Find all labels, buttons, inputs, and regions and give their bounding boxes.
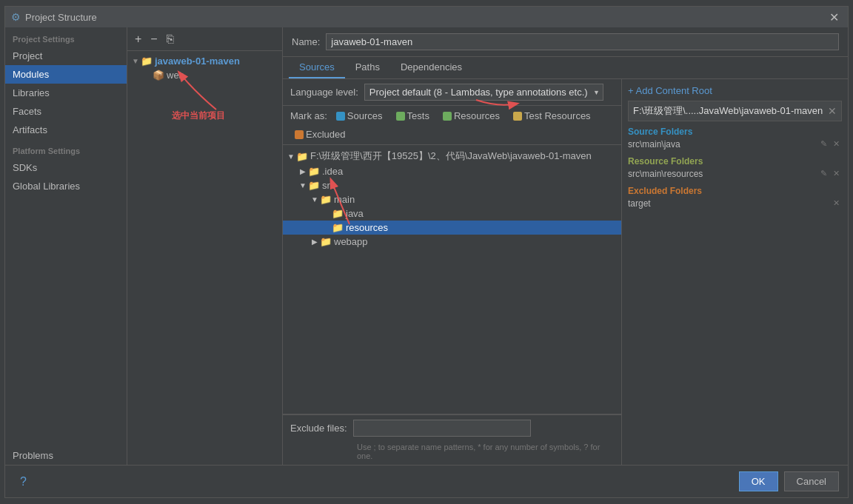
tree-node-main[interactable]: ▼ 📁 main [283, 192, 621, 206]
tab-paths[interactable]: Paths [345, 57, 390, 78]
root-folder-icon: 📁 [296, 151, 308, 162]
source-folder-path: src\main\java [628, 139, 818, 149]
module-icon: 📦 [153, 70, 164, 81]
resources-color-dot [443, 112, 452, 121]
sidebar-item-libraries[interactable]: Libraries [5, 84, 127, 102]
project-structure-dialog: ⚙ Project Structure ✕ Project Settings P… [4, 6, 849, 498]
sidebar: Project Settings Project Modules Librari… [5, 27, 127, 465]
resources-folder-icon: 📁 [332, 222, 344, 233]
dialog-icon: ⚙ [11, 11, 21, 23]
idea-folder-icon: 📁 [308, 166, 320, 177]
sidebar-item-sdks[interactable]: SDKs [5, 158, 127, 177]
tree-node-root-path[interactable]: ▼ 📁 F:\班级管理\西开【19525】\2、代码\JavaWeb\javaw… [283, 148, 621, 164]
remove-root-button[interactable]: ✕ [828, 105, 837, 117]
help-area: ? [14, 471, 733, 491]
mark-test-resources-button[interactable]: Test Resources [509, 109, 595, 123]
sidebar-item-facets[interactable]: Facets [5, 102, 127, 121]
language-level-label: Language level: [290, 87, 358, 98]
sources-tab-content: Language level: Project default (8 - Lam… [283, 79, 848, 465]
project-settings-label: Project Settings [5, 27, 127, 47]
dialog-body: Project Settings Project Modules Librari… [5, 27, 848, 465]
modules-tree: ▼ 📁 javaweb-01-maven 选中当前项目 [127, 51, 282, 465]
exclude-files-bar: Exclude files: [283, 414, 621, 441]
exclude-files-label: Exclude files: [290, 423, 347, 434]
source-folder-row: src\main\java ✎ ✕ [628, 137, 842, 151]
bottom-bar: ? OK Cancel [5, 465, 848, 497]
sources-color-dot [336, 112, 345, 121]
excluded-folder-remove-button[interactable]: ✕ [831, 198, 842, 209]
sources-file-tree: ▼ 📁 F:\班级管理\西开【19525】\2、代码\JavaWeb\javaw… [283, 145, 621, 414]
tabs-bar: Sources Paths Dependencies [283, 57, 848, 79]
copy-module-button[interactable]: ⎘ [164, 31, 177, 47]
modules-tree-panel: + − ⎘ ▼ 📁 javaweb-01-maven [127, 27, 283, 465]
source-folder-edit-button[interactable]: ✎ [818, 138, 829, 149]
tree-node-src[interactable]: ▼ 📁 src [283, 178, 621, 192]
language-select-wrap: Project default (8 - Lambdas, type annot… [364, 84, 603, 101]
webapp-folder-icon: 📁 [320, 236, 332, 247]
close-button[interactable]: ✕ [826, 10, 842, 24]
resource-folder-path: src\main\resources [628, 169, 818, 179]
mark-excluded-button[interactable]: Excluded [290, 127, 349, 141]
excluded-folder-actions: ✕ [831, 198, 842, 209]
dialog-title: Project Structure [25, 12, 826, 23]
tab-dependencies[interactable]: Dependencies [390, 57, 472, 78]
resource-folder-remove-button[interactable]: ✕ [831, 168, 842, 179]
tree-node-resources[interactable]: 📁 resources [283, 221, 621, 235]
remove-module-button[interactable]: − [147, 31, 160, 47]
tree-node-webapp[interactable]: ▶ 📁 webapp [283, 235, 621, 249]
resource-folders-section: Resource Folders src\main\resources ✎ ✕ [628, 155, 842, 181]
excluded-folders-section: Excluded Folders target ✕ [628, 185, 842, 210]
tests-color-dot [396, 112, 405, 121]
ok-button[interactable]: OK [739, 471, 778, 491]
tree-toolbar: + − ⎘ [127, 27, 282, 51]
source-folder-actions: ✎ ✕ [818, 138, 842, 149]
excluded-color-dot [295, 130, 304, 139]
mark-tests-button[interactable]: Tests [392, 109, 434, 123]
platform-settings-label: Platform Settings [5, 139, 127, 158]
tab-sources[interactable]: Sources [289, 57, 345, 78]
resource-folder-actions: ✎ ✕ [818, 168, 842, 179]
sidebar-item-global-libraries[interactable]: Global Libraries [5, 177, 127, 195]
sidebar-item-modules[interactable]: Modules [5, 65, 127, 84]
content-root-path: F:\班级管理\.....JavaWeb\javaweb-01-maven ✕ [628, 101, 842, 121]
resource-folders-label: Resource Folders [628, 156, 703, 167]
help-button[interactable]: ? [20, 475, 27, 488]
source-folder-remove-button[interactable]: ✕ [831, 138, 842, 149]
resource-folder-row: src\main\resources ✎ ✕ [628, 167, 842, 181]
sources-right-panel: + Add Content Root F:\班级管理\.....JavaWeb\… [622, 79, 848, 465]
tree-node-idea[interactable]: ▶ 📁 .idea [283, 164, 621, 178]
sources-left-panel: Language level: Project default (8 - Lam… [283, 79, 622, 465]
module-node-web[interactable]: 📦 web [127, 68, 282, 82]
language-level-select[interactable]: Project default (8 - Lambdas, type annot… [364, 84, 603, 101]
module-name-input[interactable] [326, 33, 839, 50]
resource-folder-edit-button[interactable]: ✎ [818, 168, 829, 179]
mark-as-label: Mark as: [290, 110, 327, 121]
source-folders-label: Source Folders [628, 127, 692, 137]
folder-icon: 📁 [141, 56, 153, 67]
sidebar-item-problems[interactable]: Problems [5, 446, 127, 465]
content-panel: Name: Sources Paths Dependencies Languag… [283, 27, 848, 465]
annotation-text: 选中当前项目 [172, 110, 225, 122]
exclude-hint-text: Use ; to separate name patterns, * for a… [283, 441, 621, 465]
collapse-arrow: ▼ [130, 57, 141, 65]
excluded-folders-label: Excluded Folders [628, 186, 702, 196]
mark-sources-button[interactable]: Sources [332, 109, 387, 123]
tree-node-java[interactable]: 📁 java [283, 206, 621, 221]
exclude-section: Exclude files: Use ; to separate name pa… [283, 414, 621, 465]
language-level-bar: Language level: Project default (8 - Lam… [283, 79, 621, 106]
add-module-button[interactable]: + [132, 31, 144, 47]
module-name-header: Name: [283, 27, 848, 57]
mark-as-bar: Mark as: Sources Tests Resources [283, 106, 621, 145]
cancel-button[interactable]: Cancel [784, 471, 839, 491]
src-folder-icon: 📁 [308, 180, 320, 191]
module-node-javaweb[interactable]: ▼ 📁 javaweb-01-maven [127, 54, 282, 68]
exclude-files-input[interactable] [353, 420, 531, 437]
java-folder-icon: 📁 [332, 208, 344, 219]
name-label: Name: [292, 36, 320, 47]
sidebar-item-artifacts[interactable]: Artifacts [5, 121, 127, 139]
excluded-folder-path: target [628, 198, 831, 209]
sidebar-item-project[interactable]: Project [5, 47, 127, 65]
source-folders-section: Source Folders src\main\java ✎ ✕ [628, 126, 842, 151]
excluded-folder-row: target ✕ [628, 196, 842, 210]
add-content-root-button[interactable]: + Add Content Root [628, 85, 842, 96]
